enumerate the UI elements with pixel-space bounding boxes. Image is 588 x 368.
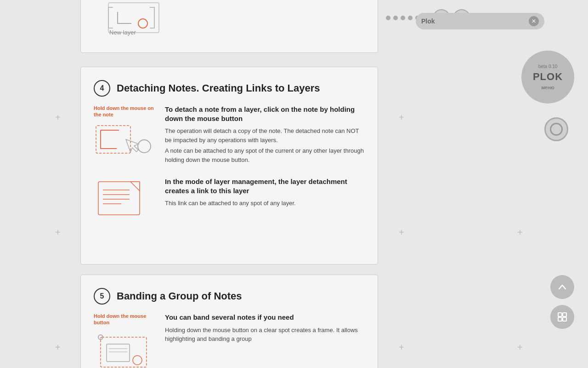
section-5-title: Banding a Group of Notes xyxy=(117,290,242,302)
instruction-heading-2: In the mode of layer management, the lay… xyxy=(165,177,365,195)
svg-point-5 xyxy=(138,140,151,153)
instruction-para-5-1a: Holding down the mouse button on a clear… xyxy=(165,326,365,344)
svg-point-16 xyxy=(133,356,142,365)
search-bar[interactable]: Plok ✕ xyxy=(416,13,544,29)
instruction-para-2a: This link can be attached to any spot of… xyxy=(165,199,365,208)
plus-icon-8: + xyxy=(517,343,523,352)
plok-menu-label: меню xyxy=(541,85,554,90)
svg-rect-6 xyxy=(98,182,140,215)
svg-rect-20 xyxy=(563,317,566,321)
instruction-heading-1: To detach a note from a layer, click on … xyxy=(165,105,365,123)
card-top: New layer xyxy=(80,0,378,53)
section-4-header: 4 Detaching Notes. Creating Links to Lay… xyxy=(81,67,378,105)
layout-button[interactable] xyxy=(550,305,574,329)
instruction-row-2: In the mode of layer management, the lay… xyxy=(94,177,365,225)
instruction-row-1: Hold down the mouse on the note To detac… xyxy=(94,105,365,166)
plok-logo-circle[interactable]: beta 0.10 PLOK меню xyxy=(521,51,574,104)
svg-rect-18 xyxy=(563,313,566,316)
instruction-text-2: In the mode of layer management, the lay… xyxy=(165,177,365,210)
band-illustration: Hold down the mouse button xyxy=(94,313,156,361)
section-5-body: Hold down the mouse button You can band … xyxy=(81,313,378,368)
svg-point-1 xyxy=(138,19,147,28)
section-5-number: 5 xyxy=(94,288,110,305)
plus-icon-7: + xyxy=(517,228,523,237)
svg-rect-19 xyxy=(558,317,562,321)
close-search-button[interactable]: ✕ xyxy=(529,16,539,26)
instruction-text-5-1: You can band several notes if you need H… xyxy=(165,313,365,345)
card-section-5: 5 Banding a Group of Notes Hold down the… xyxy=(80,275,378,368)
svg-rect-17 xyxy=(558,313,562,316)
plus-icon-2: + xyxy=(399,113,404,122)
plus-icon-6: + xyxy=(399,343,404,352)
instruction-heading-5-1: You can band several notes if you need xyxy=(165,313,365,322)
dot-4 xyxy=(408,16,413,20)
up-button[interactable] xyxy=(550,275,574,299)
plus-icon-5: + xyxy=(55,343,61,352)
plok-logo-text: PLOK xyxy=(533,71,563,83)
card-section-4: 4 Detaching Notes. Creating Links to Lay… xyxy=(80,67,378,264)
plus-icon-4: + xyxy=(399,228,404,237)
section-5-header: 5 Banding a Group of Notes xyxy=(81,275,378,313)
plus-icon-1: + xyxy=(55,113,61,122)
plus-icon-3: + xyxy=(55,228,61,237)
link-illustration xyxy=(94,177,156,225)
dot-3 xyxy=(401,16,405,20)
instruction-text-1: To detach a note from a layer, click on … xyxy=(165,105,365,166)
plok-beta-label: beta 0.10 xyxy=(538,64,558,69)
section-4-title: Detaching Notes. Creating Links to Layer… xyxy=(117,82,320,94)
section-4-body: Hold down the mouse on the note To detac… xyxy=(81,105,378,238)
hint-text-1: Hold down the mouse on the note xyxy=(94,105,156,118)
record-button[interactable] xyxy=(544,117,568,141)
record-inner-circle xyxy=(550,123,563,136)
new-layer-label: New layer xyxy=(109,29,136,36)
instruction-para-1b: A note can be attached to any spot of th… xyxy=(165,146,365,164)
dot-2 xyxy=(393,16,398,20)
dot-1 xyxy=(386,16,390,20)
instruction-para-1a: The operation will detach a copy of the … xyxy=(165,126,365,144)
instruction-row-5-1: Hold down the mouse button You can band … xyxy=(94,313,365,361)
section-4-number: 4 xyxy=(94,80,110,97)
svg-rect-13 xyxy=(107,344,130,362)
search-text: Plok xyxy=(421,17,435,25)
hint-text-5: Hold down the mouse button xyxy=(94,313,156,326)
detach-illustration: Hold down the mouse on the note xyxy=(94,105,156,153)
svg-marker-4 xyxy=(126,139,139,152)
